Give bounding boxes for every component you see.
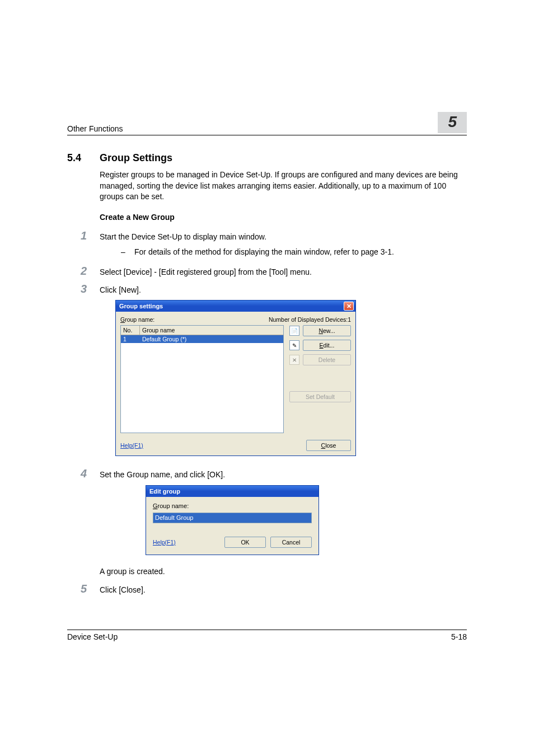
column-header-no: No. bbox=[121, 326, 140, 335]
group-settings-dialog-screenshot: Group settings ✕ Group name: Number of D… bbox=[115, 300, 467, 456]
step-number: 2 bbox=[67, 265, 100, 278]
step-4: 4 Set the Group name, and click [OK]. bbox=[67, 467, 467, 481]
page-header: Other Functions 5 bbox=[67, 112, 467, 135]
step-number: 4 bbox=[67, 467, 100, 480]
dialog-title: Edit group bbox=[149, 488, 180, 495]
section-heading: 5.4 Group Settings bbox=[67, 152, 467, 164]
column-header-name: Group name bbox=[140, 326, 283, 335]
row-name: Default Group (*) bbox=[140, 335, 283, 343]
page-footer: Device Set-Up 5-18 bbox=[67, 630, 467, 641]
edit-button[interactable]: Edit... bbox=[303, 340, 351, 351]
step-text: Click [Close]. bbox=[100, 585, 467, 596]
close-icon[interactable]: ✕ bbox=[344, 302, 354, 311]
step-1: 1 Start the Device Set-Up to display mai… bbox=[67, 229, 467, 243]
step-5: 5 Click [Close]. bbox=[67, 583, 467, 596]
footer-left: Device Set-Up bbox=[67, 632, 118, 641]
footer-right: 5-18 bbox=[451, 632, 467, 641]
delete-icon: ✕ bbox=[289, 355, 299, 365]
close-button[interactable]: Close bbox=[306, 440, 351, 451]
new-button[interactable]: New... bbox=[303, 325, 351, 336]
cancel-button[interactable]: Cancel bbox=[270, 537, 312, 548]
section-number: 5.4 bbox=[67, 152, 100, 164]
step-text: Set the Group name, and click [OK]. bbox=[100, 469, 467, 481]
edit-group-dialog: Edit group Group name: Help(F1) OK Cance… bbox=[146, 485, 319, 555]
step-number: 1 bbox=[67, 229, 100, 242]
ok-button[interactable]: OK bbox=[224, 537, 266, 548]
group-listbox[interactable]: No. Group name 1 Default Group (*) bbox=[120, 325, 284, 433]
group-settings-dialog: Group settings ✕ Group name: Number of D… bbox=[115, 300, 356, 456]
help-link[interactable]: Help(F1) bbox=[120, 442, 143, 449]
step-text: Select [Device] - [Edit registered group… bbox=[100, 267, 467, 278]
delete-button: Delete bbox=[303, 354, 351, 365]
step-3: 3 Click [New]. bbox=[67, 283, 467, 296]
section-title: Group Settings bbox=[100, 152, 172, 164]
chapter-number: 5 bbox=[438, 112, 467, 133]
device-count-label: Number of Displayed Devices:1 bbox=[269, 316, 351, 323]
dialog-title: Group settings bbox=[119, 303, 163, 309]
step-4-result: A group is created. bbox=[100, 566, 467, 577]
step-number: 5 bbox=[67, 583, 100, 595]
step-1-substep: For details of the method for displaying… bbox=[121, 247, 467, 258]
running-head: Other Functions bbox=[67, 124, 123, 133]
row-no: 1 bbox=[121, 335, 140, 343]
subsection-heading: Create a New Group bbox=[100, 213, 467, 222]
edit-group-dialog-screenshot: Edit group Group name: Help(F1) OK Cance… bbox=[115, 485, 467, 555]
step-text: Click [New]. bbox=[100, 285, 467, 296]
new-icon: 📄 bbox=[289, 326, 299, 336]
dialog-titlebar: Edit group bbox=[146, 486, 318, 497]
intro-paragraph: Register groups to be managed in Device … bbox=[100, 170, 467, 203]
set-default-button: Set Default bbox=[289, 391, 351, 402]
group-name-input[interactable] bbox=[153, 513, 312, 523]
help-link[interactable]: Help(F1) bbox=[153, 539, 176, 546]
edit-icon: ✎ bbox=[289, 340, 299, 350]
group-name-label: Group name: bbox=[120, 316, 154, 323]
step-2: 2 Select [Device] - [Edit registered gro… bbox=[67, 265, 467, 278]
dialog-titlebar: Group settings ✕ bbox=[116, 300, 355, 312]
step-text: Start the Device Set-Up to display main … bbox=[100, 232, 467, 243]
list-row[interactable]: 1 Default Group (*) bbox=[121, 335, 283, 343]
step-number: 3 bbox=[67, 283, 100, 295]
group-name-label: Group name: bbox=[153, 503, 312, 509]
